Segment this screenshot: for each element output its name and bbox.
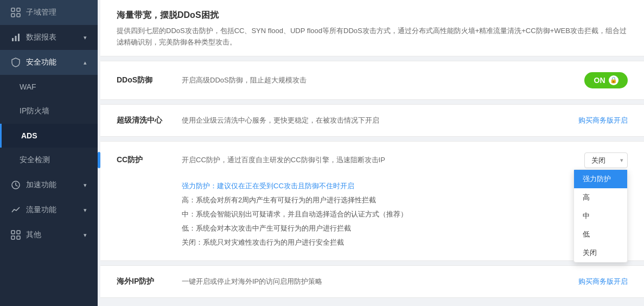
sidebar-item-check[interactable]: 安全检测: [0, 148, 98, 173]
flow-icon: [11, 205, 21, 215]
sidebar-item-accel[interactable]: 加速功能 ▾: [0, 173, 98, 197]
cc-detail-2: 中：系统会智能识别出可疑请求，并且自动选择适合的认证方式（推荐）: [182, 207, 628, 221]
ddos-desc: 开启高级DDoS防御，阻止超大规模攻击: [182, 75, 584, 85]
overseas-action[interactable]: 购买商务版开启: [578, 277, 628, 286]
cc-select-wrapper[interactable]: 关闭 ▾ 强力防护 高 中 低 关闭: [584, 152, 628, 168]
sidebar-label-ads: ADS: [21, 131, 87, 140]
cc-detail-3: 低：系统会对本次攻击中产生可疑行为的用户进行拦截: [182, 221, 628, 235]
svg-rect-6: [18, 34, 20, 41]
sidebar-item-flow[interactable]: 流量功能 ▾: [0, 197, 98, 222]
svg-rect-10: [11, 236, 15, 239]
lock-icon: 🔒: [609, 75, 619, 85]
toggle-label: ON: [594, 76, 605, 85]
cc-detail-1: 高：系统会对所有2周内产生有可疑行为的用户进行选择性拦截: [182, 193, 628, 207]
sidebar-label-report: 数据报表: [26, 33, 78, 42]
sidebar-label-subdomain: 子域管理: [26, 8, 87, 17]
main-content: 海量带宽，摆脱DDoS困扰 提供四到七层的DDoS攻击防护，包括CC、SYN f…: [100, 0, 644, 306]
report-icon: [11, 33, 21, 42]
ddos-row: DDoS防御 开启高级DDoS防御，阻止超大规模攻击 ON 🔒: [100, 61, 644, 100]
svg-rect-9: [17, 231, 20, 234]
cc-detail-4: 关闭：系统只对灾难性攻击行为的用户进行安全拦截: [182, 235, 628, 250]
svg-rect-8: [11, 231, 15, 234]
svg-rect-1: [17, 8, 20, 11]
hero-desc: 提供四到七层的DDoS攻击防护，包括CC、SYN flood、UDP flood…: [117, 25, 628, 48]
cc-option-mid[interactable]: 中: [574, 207, 627, 225]
overseas-buy-link[interactable]: 购买商务版开启: [578, 277, 628, 285]
other-icon: [11, 230, 21, 240]
sidebar-label-other: 其他: [26, 230, 78, 240]
cc-select[interactable]: 关闭: [584, 152, 628, 168]
security-chevron: ▴: [84, 59, 87, 66]
superclean-name: 超级清洗中心: [117, 116, 182, 125]
svg-rect-5: [15, 36, 17, 41]
sidebar-item-ads[interactable]: ADS: [0, 124, 98, 148]
svg-rect-0: [11, 8, 15, 11]
cc-option-low[interactable]: 低: [574, 225, 627, 244]
hero-section: 海量带宽，摆脱DDoS困扰 提供四到七层的DDoS攻击防护，包括CC、SYN f…: [100, 0, 644, 56]
other-chevron: ▾: [84, 232, 87, 239]
sidebar-item-security[interactable]: 安全功能 ▴: [0, 50, 98, 75]
sidebar-label-flow: 流量功能: [26, 205, 78, 215]
subdomain-icon: [11, 8, 21, 17]
svg-rect-4: [12, 38, 14, 41]
accel-icon: [11, 180, 21, 190]
cc-details: 强力防护：建议仅在正在受到CC攻击且防御不住时开启 高：系统会对所有2周内产生有…: [100, 179, 644, 260]
overseas-row: 海外IP防护 一键开启或停止对海外IP的访问启用防护策略 购买商务版开启: [100, 265, 644, 298]
svg-rect-3: [17, 14, 20, 17]
cc-detail-0: 强力防护：建议仅在正在受到CC攻击且防御不住时开启: [182, 179, 628, 193]
sidebar-label-waf: WAF: [20, 82, 87, 91]
sidebar-item-report[interactable]: 数据报表 ▾: [0, 25, 98, 50]
cc-desc: 开启CC防护，通过百度自主研发的CC防御引擎，迅速阻断攻击IP: [182, 155, 576, 165]
cc-option-off[interactable]: 关闭: [574, 244, 627, 262]
flow-chevron: ▾: [84, 207, 87, 214]
accel-chevron: ▾: [84, 182, 87, 189]
superclean-row: 超级清洗中心 使用企业级云清洗中心服务，更快更稳定，在被攻击情况下开启 购买商务…: [100, 104, 644, 137]
sidebar-label-check: 安全检测: [20, 155, 87, 165]
sidebar-item-subdomain[interactable]: 子域管理: [0, 0, 98, 25]
hero-title: 海量带宽，摆脱DDoS困扰: [117, 10, 628, 21]
superclean-buy-link[interactable]: 购买商务版开启: [578, 116, 628, 124]
cc-section: CC防护 开启CC防护，通过百度自主研发的CC防御引擎，迅速阻断攻击IP 关闭 …: [100, 141, 644, 261]
sidebar-label-security: 安全功能: [26, 58, 78, 67]
scroll-area[interactable]: 海量带宽，摆脱DDoS困扰 提供四到七层的DDoS攻击防护，包括CC、SYN f…: [100, 0, 644, 306]
sidebar-label-ipwall: IP防火墙: [20, 106, 87, 116]
superclean-action[interactable]: 购买商务版开启: [578, 116, 628, 125]
cc-option-strong[interactable]: 强力防护: [574, 170, 627, 188]
overseas-name: 海外IP防护: [117, 277, 182, 286]
sidebar-item-other[interactable]: 其他 ▾: [0, 222, 98, 247]
sidebar-label-accel: 加速功能: [26, 180, 78, 190]
sidebar-item-ipwall[interactable]: IP防火墙: [0, 99, 98, 124]
svg-rect-11: [17, 236, 20, 239]
cc-dropdown-wrapper[interactable]: 关闭 ▾: [584, 152, 628, 168]
cc-option-high[interactable]: 高: [574, 188, 627, 207]
security-icon: [11, 58, 21, 67]
cc-name: CC防护: [117, 155, 182, 165]
ddos-name: DDoS防御: [117, 75, 182, 85]
svg-rect-2: [11, 14, 15, 17]
superclean-desc: 使用企业级云清洗中心服务，更快更稳定，在被攻击情况下开启: [182, 116, 578, 125]
sidebar: 子域管理 数据报表 ▾ 安全功能 ▴ WAF IP防火墙 ADS 安全检测 加速…: [0, 0, 98, 306]
overseas-desc: 一键开启或停止对海外IP的访问启用防护策略: [182, 277, 578, 286]
cc-header: CC防护 开启CC防护，通过百度自主研发的CC防御引擎，迅速阻断攻击IP 关闭 …: [100, 142, 644, 179]
cc-dropdown-menu[interactable]: 强力防护 高 中 低 关闭: [573, 169, 628, 263]
ddos-toggle[interactable]: ON 🔒: [584, 72, 628, 88]
sidebar-item-waf[interactable]: WAF: [0, 75, 98, 99]
report-chevron: ▾: [84, 34, 87, 41]
ddos-action[interactable]: ON 🔒: [584, 72, 628, 88]
